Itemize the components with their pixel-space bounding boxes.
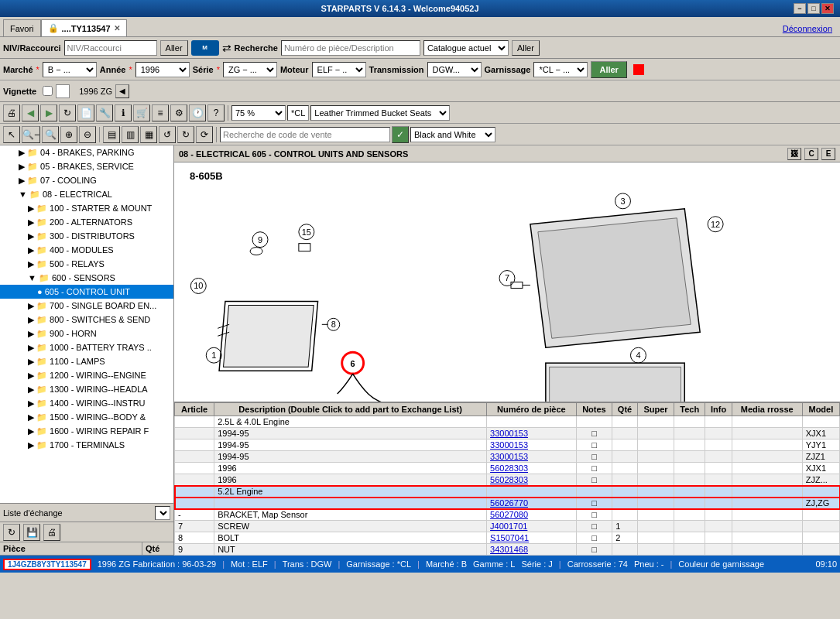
- table-row[interactable]: 199656028303□ZJZ...: [175, 474, 840, 486]
- nav-back-button[interactable]: ◀: [22, 104, 39, 121]
- recherche-input[interactable]: [281, 40, 420, 56]
- part-number-link[interactable]: 56028303: [490, 475, 528, 484]
- nav-forward-button[interactable]: ▶: [40, 104, 57, 121]
- tree-item-17[interactable]: ▶ 📁 1300 - WIRING--HEADLA: [0, 382, 173, 396]
- tree-item-16[interactable]: ▶ 📁 1200 - WIRING--ENGINE: [0, 368, 173, 382]
- tree-item-19[interactable]: ▶ 📁 1500 - WIRING--BODY &: [0, 410, 173, 424]
- part-number-link[interactable]: J4001701: [490, 522, 527, 531]
- tab-favori[interactable]: Favori: [3, 19, 41, 36]
- zoom-out-tool[interactable]: 🔍−: [22, 126, 40, 143]
- diagram-icon3[interactable]: E: [821, 148, 835, 160]
- annee-select[interactable]: 1996: [135, 62, 190, 77]
- zoom-in2-tool[interactable]: ⊕: [60, 126, 77, 143]
- marche-select[interactable]: B − ...: [43, 62, 97, 77]
- refresh-btn1[interactable]: ↺: [159, 126, 176, 143]
- tree-item-6[interactable]: ▶ 📁 300 - DISTRIBUTORS: [0, 229, 173, 243]
- cart-button[interactable]: 🛒: [133, 104, 150, 121]
- tree-item-11[interactable]: ▶ 📁 700 - SINGLE BOARD EN...: [0, 299, 173, 313]
- part-number-link[interactable]: 56026770: [490, 498, 528, 508]
- recherche-aller-button[interactable]: Aller: [512, 40, 540, 56]
- tree-item-14[interactable]: ▶ 📁 1000 - BATTERY TRAYS ..: [0, 340, 173, 354]
- view-btn1[interactable]: ▤: [103, 126, 120, 143]
- tree-item-9[interactable]: ▼ 📁 600 - SENSORS: [0, 271, 173, 285]
- tools-button[interactable]: 🔧: [96, 104, 113, 121]
- part-number-link[interactable]: S1507041: [490, 533, 529, 542]
- part-number-link[interactable]: 34301468: [490, 545, 528, 554]
- zoom-out2-tool[interactable]: ⊖: [79, 126, 96, 143]
- sale-code-search[interactable]: [220, 127, 390, 142]
- view-btn2[interactable]: ▥: [122, 126, 139, 143]
- table-row[interactable]: 5.2L Engine: [175, 486, 840, 498]
- diagram-icon2[interactable]: C: [804, 148, 818, 160]
- part-number-link[interactable]: 33000153: [490, 440, 528, 450]
- refresh-btn2[interactable]: ↻: [177, 126, 194, 143]
- tree-item-20[interactable]: ▶ 📁 1600 - WIRING REPAIR F: [0, 424, 173, 438]
- history-button[interactable]: 🕐: [189, 104, 206, 121]
- moteur-select[interactable]: ELF − ..: [312, 62, 366, 77]
- table-row[interactable]: 1994-9533000153□XJX1: [175, 428, 840, 439]
- serie-select[interactable]: ZG − ...: [223, 62, 277, 77]
- exchange-refresh-button[interactable]: ↻: [3, 524, 20, 541]
- table-row[interactable]: -BRACKET, Map Sensor56027080□: [175, 509, 840, 521]
- table-row[interactable]: 1994-9533000153□ZJZ1: [175, 451, 840, 463]
- zoom-in-tool[interactable]: 🔍: [42, 126, 59, 143]
- color-mode-select[interactable]: Black and White Color: [410, 127, 495, 142]
- tree-item-5[interactable]: ▶ 📁 200 - ALTERNATORS: [0, 215, 173, 229]
- refresh-button[interactable]: ↻: [59, 104, 76, 121]
- filter-aller-button[interactable]: Aller: [591, 61, 626, 78]
- close-button[interactable]: ✕: [821, 3, 834, 14]
- vignette-checkbox[interactable]: [43, 86, 53, 96]
- garnissage-type-select[interactable]: Leather Trimmed Bucket Seats: [310, 105, 450, 121]
- tree-item-3[interactable]: ▼ 📁 08 - ELECTRICAL: [0, 187, 173, 201]
- pointer-tool[interactable]: ↖: [3, 126, 20, 143]
- tab-close-icon[interactable]: ✕: [114, 24, 120, 32]
- refresh-btn3[interactable]: ⟳: [196, 126, 213, 143]
- tree-item-12[interactable]: ▶ 📁 800 - SWITCHES & SEND: [0, 313, 173, 327]
- table-row[interactable]: 7SCREWJ4001701□1: [175, 521, 840, 532]
- part-number-link[interactable]: 56027080: [490, 510, 528, 519]
- help-button[interactable]: ?: [207, 104, 225, 121]
- table-row[interactable]: 8BOLTS1507041□2: [175, 532, 840, 544]
- tree-item-13[interactable]: ▶ 📁 900 - HORN: [0, 327, 173, 340]
- tree-item-0[interactable]: ▶ 📁 04 - BRAKES, PARKING: [0, 145, 173, 159]
- maximize-button[interactable]: □: [807, 3, 820, 14]
- niv-tag[interactable]: 1J4GZB8Y3TY113547: [3, 559, 91, 570]
- nav-left-icon[interactable]: ◀: [115, 84, 129, 98]
- exchange-print-button[interactable]: 🖨: [43, 524, 60, 541]
- exchange-save-button[interactable]: 💾: [23, 524, 40, 541]
- settings-button[interactable]: ⚙: [170, 104, 187, 121]
- tab-ty113547[interactable]: 🔒 ....TY113547 ✕: [41, 19, 127, 36]
- file-button[interactable]: 📄: [77, 104, 94, 121]
- tree-item-1[interactable]: ▶ 📁 05 - BRAKES, SERVICE: [0, 159, 173, 173]
- info-button[interactable]: ℹ: [115, 104, 132, 121]
- part-number-link[interactable]: 33000153: [490, 429, 528, 438]
- table-row[interactable]: 2.5L & 4.0L Engine: [175, 416, 840, 428]
- part-number-link[interactable]: 33000153: [490, 452, 528, 461]
- table-row[interactable]: 1994-9533000153□YJY1: [175, 439, 840, 451]
- diagram-icon1[interactable]: 🖼: [787, 148, 801, 160]
- niv-aller-button[interactable]: Aller: [160, 40, 188, 56]
- list-button[interactable]: ≡: [152, 104, 169, 121]
- tree-item-8[interactable]: ▶ 📁 500 - RELAYS: [0, 257, 173, 271]
- table-row[interactable]: 56026770□ZJ,ZG: [175, 498, 840, 509]
- deconnexion-link[interactable]: Déconnexion: [783, 24, 837, 36]
- exchange-select[interactable]: ▼: [155, 506, 170, 520]
- catalogue-select[interactable]: Catalogue actuel: [423, 40, 509, 56]
- zoom-select[interactable]: 75 % 50 % 100 %: [231, 105, 286, 121]
- niv-input[interactable]: [64, 40, 157, 56]
- search-confirm-icon[interactable]: ✓: [392, 126, 409, 143]
- part-number-link[interactable]: 56028303: [490, 463, 528, 473]
- table-row[interactable]: 9NUT34301468□: [175, 544, 840, 556]
- print-button[interactable]: 🖨: [3, 104, 20, 121]
- tree-item-4[interactable]: ▶ 📁 100 - STARTER & MOUNT: [0, 201, 173, 215]
- tree-item-7[interactable]: ▶ 📁 400 - MODULES: [0, 243, 173, 257]
- view-btn3[interactable]: ▦: [140, 126, 157, 143]
- tree-item-2[interactable]: ▶ 📁 07 - COOLING: [0, 173, 173, 187]
- tree-item-10[interactable]: ● 605 - CONTROL UNIT: [0, 285, 173, 299]
- tree-item-15[interactable]: ▶ 📁 1100 - LAMPS: [0, 354, 173, 368]
- garnissage-select[interactable]: *CL − ...: [533, 62, 588, 77]
- minimize-button[interactable]: −: [794, 3, 806, 14]
- tree-item-18[interactable]: ▶ 📁 1400 - WIRING--INSTRU: [0, 396, 173, 410]
- tree-item-21[interactable]: ▶ 📁 1700 - TERMINALS: [0, 438, 173, 452]
- table-row[interactable]: 199656028303□XJX1: [175, 463, 840, 474]
